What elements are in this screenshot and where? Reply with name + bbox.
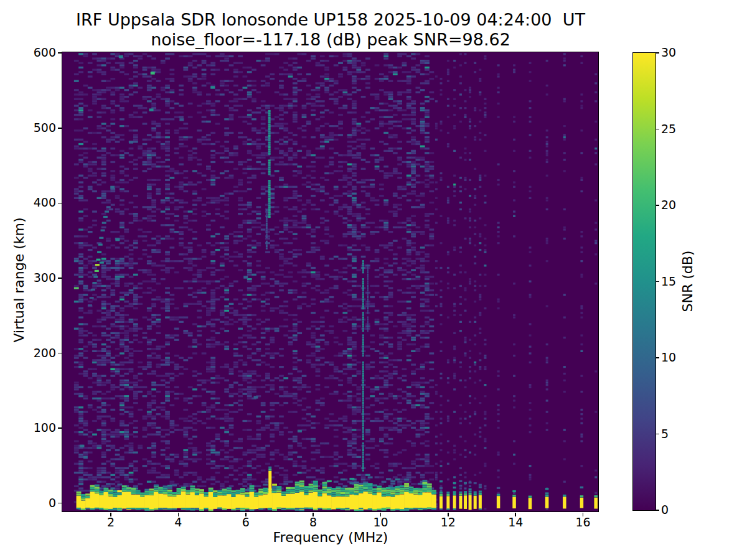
colorbar-tick xyxy=(656,129,659,130)
y-tick xyxy=(58,353,62,354)
colorbar-tick-label: 30 xyxy=(661,45,692,59)
y-tick xyxy=(58,503,62,504)
colorbar-gradient xyxy=(632,52,656,511)
y-tick-label: 0 xyxy=(17,496,56,510)
colorbar-tick-label: 25 xyxy=(661,122,692,136)
colorbar-tick-label: 10 xyxy=(661,350,692,364)
x-tick-label: 4 xyxy=(159,515,197,529)
plot-subtitle: noise_floor=-117.18 (dB) peak SNR=98.62 xyxy=(62,30,599,49)
plot-area xyxy=(62,52,599,512)
y-tick xyxy=(58,427,62,429)
colorbar-tick xyxy=(656,510,659,511)
colorbar-tick xyxy=(656,434,659,435)
colorbar-tick xyxy=(656,205,659,206)
x-tick-label: 12 xyxy=(430,515,467,529)
plot-title: IRF Uppsala SDR Ionosonde UP158 2025-10-… xyxy=(62,10,599,29)
ionogram-figure: IRF Uppsala SDR Ionosonde UP158 2025-10-… xyxy=(0,0,747,560)
colorbar-tick xyxy=(656,52,659,54)
y-tick-label: 100 xyxy=(17,421,56,434)
x-tick-label: 8 xyxy=(294,515,332,529)
y-tick-label: 200 xyxy=(17,346,56,360)
colorbar-tick xyxy=(656,357,659,358)
y-tick-label: 400 xyxy=(17,195,56,209)
colorbar-tick xyxy=(656,281,659,282)
y-tick xyxy=(58,52,62,54)
y-tick-label: 300 xyxy=(17,271,56,284)
y-tick-label: 600 xyxy=(17,45,56,59)
y-tick-label: 500 xyxy=(17,121,56,134)
y-tick xyxy=(58,128,62,129)
x-tick-label: 6 xyxy=(227,515,265,529)
colorbar-tick-label: 15 xyxy=(661,274,692,288)
x-tick-label: 10 xyxy=(362,515,400,529)
colorbar-tick-label: 5 xyxy=(661,427,692,441)
x-axis-label: Frequency (MHz) xyxy=(273,530,388,545)
x-tick-label: 14 xyxy=(497,515,534,529)
y-tick xyxy=(58,278,62,279)
x-tick-label: 2 xyxy=(92,515,129,529)
colorbar-tick-label: 0 xyxy=(661,503,692,516)
y-tick xyxy=(58,203,62,204)
x-tick-label: 16 xyxy=(565,515,602,529)
ionogram-heatmap xyxy=(62,52,598,511)
colorbar-tick-label: 20 xyxy=(661,198,692,212)
